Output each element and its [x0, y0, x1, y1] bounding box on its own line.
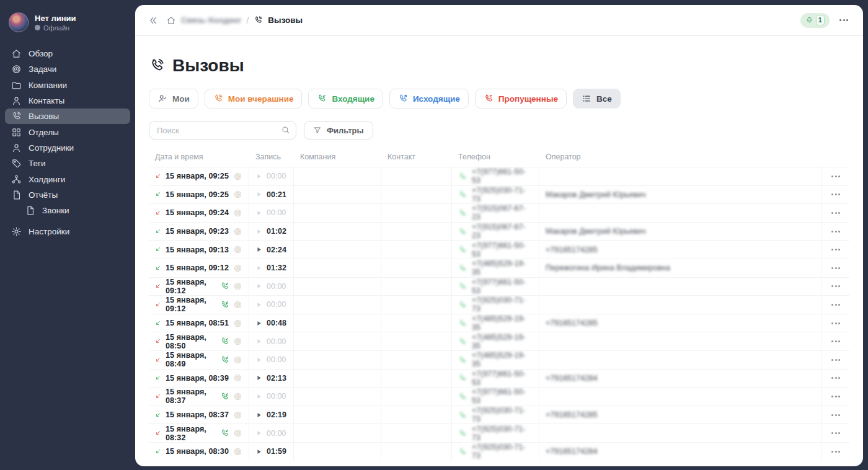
target-icon[interactable]	[233, 190, 242, 199]
play-icon[interactable]	[255, 246, 262, 253]
sidebar-item-11[interactable]: Настройки	[5, 224, 130, 239]
target-icon[interactable]	[233, 282, 242, 291]
row-more-button[interactable]	[831, 359, 840, 361]
breadcrumb-company[interactable]: Связь-Холдинг	[181, 16, 241, 25]
target-icon[interactable]	[233, 337, 242, 346]
filter-chip-0[interactable]: Мои	[149, 89, 198, 109]
row-more-button[interactable]	[831, 304, 840, 306]
filter-chip-2[interactable]: Входящие	[308, 89, 383, 109]
phone-value[interactable]: +7(485)529-19-35	[458, 314, 533, 332]
phone-value[interactable]: +7(915)067-67-23	[458, 223, 533, 240]
phone-value[interactable]: +7(485)529-19-35	[458, 351, 533, 368]
table-row[interactable]: 15 января, 09:1200:00+7(977)661-50-53	[149, 277, 849, 296]
phone-value[interactable]: +7(977)661-50-53	[458, 370, 533, 387]
row-more-button[interactable]	[831, 414, 840, 416]
notifications-button[interactable]: 1	[800, 13, 830, 28]
target-icon[interactable]	[233, 227, 242, 236]
table-row[interactable]: 15 января, 09:2500:21+7(925)030-71-73Мак…	[149, 185, 849, 204]
sidebar-item-4[interactable]: Вызовы	[5, 109, 130, 124]
sidebar-item-5[interactable]: Отделы	[5, 124, 130, 140]
table-row[interactable]: 15 января, 08:3702:19+7(925)030-71-73+79…	[149, 406, 849, 424]
home-icon[interactable]	[166, 16, 176, 25]
table-row[interactable]: 15 января, 09:1200:00+7(925)030-71-73	[149, 295, 849, 314]
sidebar-item-0[interactable]: Обзор	[5, 46, 130, 61]
phone-value[interactable]: +7(977)661-50-53	[458, 241, 533, 259]
target-icon[interactable]	[233, 355, 242, 365]
play-icon[interactable]	[255, 301, 262, 308]
row-more-button[interactable]	[831, 396, 840, 397]
play-icon[interactable]	[255, 173, 262, 180]
sidebar-item-10[interactable]: Звонки	[5, 203, 130, 218]
phone-value[interactable]: +7(977)661-50-53	[458, 388, 533, 405]
play-icon[interactable]	[255, 393, 262, 400]
phone-value[interactable]: +7(977)661-50-53	[458, 278, 533, 295]
filter-chip-5[interactable]: Все	[573, 89, 621, 109]
phone-value[interactable]: +7(925)030-71-73	[458, 296, 533, 313]
target-icon[interactable]	[233, 245, 242, 254]
target-icon[interactable]	[233, 392, 242, 401]
play-icon[interactable]	[255, 283, 262, 290]
phone-value[interactable]: +7(977)661-50-53	[458, 167, 533, 185]
target-icon[interactable]	[233, 447, 242, 456]
row-more-button[interactable]	[831, 322, 840, 324]
topbar-more-button[interactable]	[837, 18, 851, 22]
sidebar-item-3[interactable]: Контакты	[5, 93, 130, 109]
row-more-button[interactable]	[831, 432, 840, 434]
filters-button[interactable]: Фильтры	[304, 121, 373, 140]
row-more-button[interactable]	[831, 212, 840, 214]
row-more-button[interactable]	[831, 267, 840, 269]
filter-chip-4[interactable]: Пропущенные	[475, 89, 567, 109]
target-icon[interactable]	[233, 410, 242, 420]
play-icon[interactable]	[255, 412, 262, 419]
play-icon[interactable]	[255, 375, 262, 381]
target-icon[interactable]	[233, 172, 242, 181]
play-icon[interactable]	[255, 320, 262, 327]
sidebar-item-8[interactable]: Холдинги	[5, 171, 130, 187]
sidebar-item-7[interactable]: Теги	[5, 156, 130, 171]
phone-value[interactable]: +7(925)030-71-73	[458, 425, 533, 442]
phone-value[interactable]: +7(915)067-67-23	[458, 204, 533, 221]
target-icon[interactable]	[233, 319, 242, 328]
row-more-button[interactable]	[831, 193, 840, 195]
row-more-button[interactable]	[831, 231, 840, 233]
row-more-button[interactable]	[831, 340, 840, 342]
play-icon[interactable]	[255, 338, 262, 345]
play-icon[interactable]	[255, 448, 262, 455]
row-more-button[interactable]	[831, 285, 840, 287]
play-icon[interactable]	[255, 191, 262, 198]
filter-chip-3[interactable]: Исходящие	[389, 89, 469, 109]
search-icon[interactable]	[281, 125, 290, 135]
row-more-button[interactable]	[831, 451, 840, 453]
sidebar-item-9[interactable]: Отчёты	[5, 187, 130, 203]
table-row[interactable]: 15 января, 09:2301:02+7(915)067-67-23Мак…	[149, 222, 849, 241]
table-row[interactable]: 15 января, 08:5100:48+7(485)529-19-35+79…	[149, 314, 849, 332]
table-row[interactable]: 15 января, 09:2400:00+7(915)067-67-23	[149, 203, 849, 222]
sidebar-item-1[interactable]: Задачи	[5, 61, 130, 77]
phone-value[interactable]: +7(925)030-71-73	[458, 186, 533, 203]
table-row[interactable]: 15 января, 08:4900:00+7(485)529-19-35	[149, 350, 849, 369]
target-icon[interactable]	[233, 428, 242, 438]
table-row[interactable]: 15 января, 08:5000:00+7(485)529-19-35	[149, 332, 849, 350]
sidebar-item-6[interactable]: Сотрудники	[5, 140, 130, 156]
play-icon[interactable]	[255, 430, 262, 437]
target-icon[interactable]	[233, 300, 242, 309]
table-row[interactable]: 15 января, 09:2500:00+7(977)661-50-53	[149, 167, 849, 185]
target-icon[interactable]	[233, 208, 242, 218]
table-row[interactable]: 15 января, 08:3902:13+7(977)661-50-53+79…	[149, 369, 849, 388]
table-row[interactable]: 15 января, 08:3001:59+7(925)030-71-73+79…	[149, 442, 849, 461]
sidebar-item-2[interactable]: Компании	[5, 78, 130, 93]
play-icon[interactable]	[255, 228, 262, 235]
table-row[interactable]: 15 января, 08:3200:00+7(925)030-71-73	[149, 423, 849, 442]
filter-chip-1[interactable]: Мои вчерашние	[205, 89, 303, 109]
phone-value[interactable]: +7(925)030-71-73	[458, 443, 533, 460]
search-input[interactable]	[149, 121, 296, 140]
row-more-button[interactable]	[831, 175, 840, 177]
user-profile[interactable]: Нет линии Офлайн	[0, 0, 135, 38]
target-icon[interactable]	[233, 373, 242, 383]
play-icon[interactable]	[255, 357, 262, 363]
phone-value[interactable]: +7(485)529-19-35	[458, 259, 533, 277]
phone-value[interactable]: +7(925)030-71-73	[458, 406, 533, 423]
table-row[interactable]: 15 января, 09:1201:32+7(485)529-19-35Пер…	[149, 259, 849, 277]
row-more-button[interactable]	[831, 249, 840, 251]
table-row[interactable]: 15 января, 08:3700:00+7(977)661-50-53	[149, 387, 849, 406]
